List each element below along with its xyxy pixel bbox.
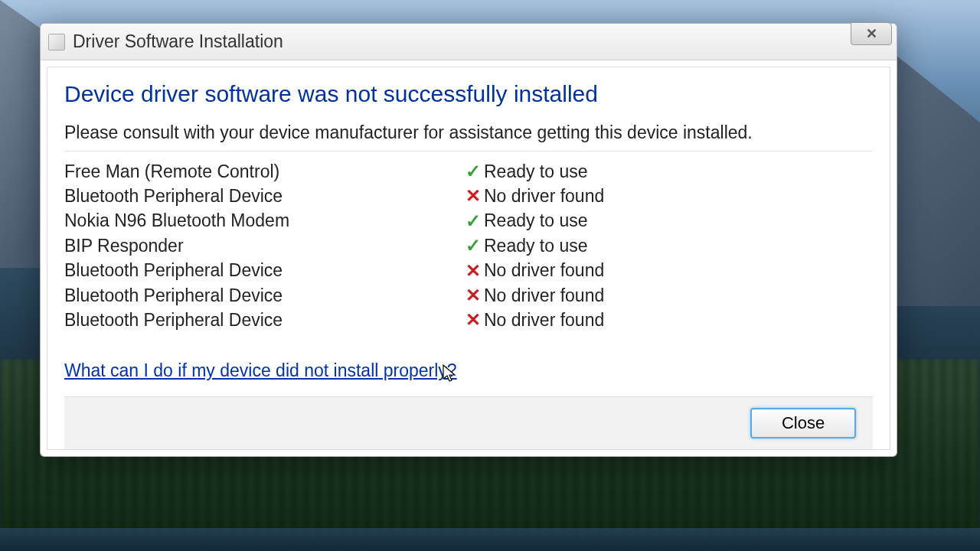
close-icon: ✕: [866, 25, 877, 42]
driver-install-dialog: Driver Software Installation ✕ Device dr…: [40, 23, 897, 457]
cross-icon: ✕: [462, 184, 484, 208]
cross-icon: ✕: [462, 308, 484, 332]
device-status: No driver found: [484, 184, 873, 208]
device-status: No driver found: [484, 259, 873, 282]
device-status: No driver found: [484, 308, 873, 332]
check-icon: ✓: [462, 233, 484, 258]
device-row: BIP Responder✓Ready to use: [64, 233, 873, 258]
taskbar[interactable]: [0, 528, 980, 551]
button-bar: Close: [64, 396, 873, 449]
device-status: Ready to use: [484, 209, 873, 233]
titlebar[interactable]: Driver Software Installation ✕: [41, 24, 897, 60]
check-icon: ✓: [462, 159, 484, 184]
device-row: Bluetooth Peripheral Device✕No driver fo…: [64, 184, 873, 208]
device-name: BIP Responder: [64, 234, 462, 258]
device-name: Free Man (Remote Control): [64, 160, 462, 184]
device-status: No driver found: [484, 284, 873, 308]
device-name: Bluetooth Peripheral Device: [64, 284, 462, 308]
device-row: Nokia N96 Bluetooth Modem✓Ready to use: [64, 209, 873, 233]
device-name: Bluetooth Peripheral Device: [64, 308, 462, 332]
dialog-subtext: Please consult with your device manufact…: [64, 122, 873, 152]
device-status: Ready to use: [484, 160, 873, 184]
dialog-heading: Device driver software was not successfu…: [64, 81, 873, 107]
device-name: Bluetooth Peripheral Device: [64, 259, 462, 282]
device-row: Bluetooth Peripheral Device✕No driver fo…: [64, 308, 873, 332]
device-status: Ready to use: [484, 234, 873, 258]
device-row: Bluetooth Peripheral Device✕No driver fo…: [64, 259, 873, 283]
device-status-list: Free Man (Remote Control)✓Ready to useBl…: [64, 159, 873, 333]
device-name: Nokia N96 Bluetooth Modem: [64, 209, 462, 233]
close-button[interactable]: ✕: [851, 22, 892, 45]
window-title: Driver Software Installation: [73, 31, 283, 52]
dialog-body: Device driver software was not successfu…: [41, 60, 897, 456]
close-dialog-button[interactable]: Close: [750, 408, 856, 439]
device-name: Bluetooth Peripheral Device: [64, 184, 462, 208]
device-row: Bluetooth Peripheral Device✕No driver fo…: [64, 283, 873, 308]
device-row: Free Man (Remote Control)✓Ready to use: [64, 159, 873, 184]
installer-icon: [48, 34, 65, 51]
help-link[interactable]: What can I do if my device did not insta…: [64, 360, 457, 381]
cross-icon: ✕: [462, 283, 484, 308]
check-icon: ✓: [462, 209, 484, 233]
cross-icon: ✕: [462, 259, 484, 283]
